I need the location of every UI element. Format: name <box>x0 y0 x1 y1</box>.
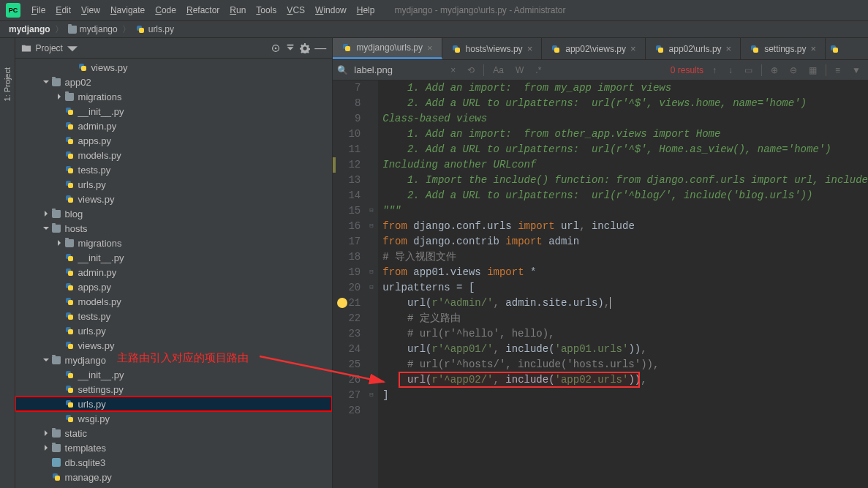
tree-node-blog[interactable]: blog <box>15 206 333 221</box>
case-icon[interactable]: Aa <box>490 64 507 77</box>
select-all-icon[interactable]: ▭ <box>741 64 755 77</box>
prev-icon[interactable]: ↑ <box>709 64 720 77</box>
close-icon[interactable]: × <box>527 43 533 54</box>
line-15[interactable]: """ <box>382 203 868 219</box>
add-selection-icon[interactable]: ⊕ <box>768 64 781 77</box>
tab-settings-py[interactable]: settings.py× <box>741 38 826 59</box>
line-24[interactable]: url(r'^app01/', include('app01.urls')), <box>382 342 868 357</box>
menu-help[interactable]: Help <box>352 2 380 18</box>
line-21[interactable]: url(r'^admin/', admin.site.urls), <box>382 296 868 311</box>
tree-node-hosts[interactable]: hosts <box>15 221 333 236</box>
remove-selection-icon[interactable]: ⊖ <box>787 64 800 77</box>
tab-hosts-views-py[interactable]: hosts\views.py× <box>442 38 543 59</box>
line-8[interactable]: 2. Add a URL to urlpatterns: url(r'^$', … <box>382 96 868 111</box>
tree-node-migrations[interactable]: migrations <box>15 89 333 104</box>
menu-navigate[interactable]: Navigate <box>105 2 150 18</box>
code-content[interactable]: 1. Add an import: from my_app import vie… <box>378 80 868 488</box>
tool-window-strip[interactable]: 1: Project <box>0 38 15 488</box>
line-22[interactable]: # 定义路由 <box>382 311 868 326</box>
gear-icon[interactable] <box>300 43 310 53</box>
tree-node-__init__.py[interactable]: __init__.py <box>15 104 333 119</box>
words-icon[interactable]: W <box>513 64 527 77</box>
line-18[interactable]: # 导入视图文件 <box>382 249 868 265</box>
menu-vcs[interactable]: VCS <box>282 2 310 18</box>
close-icon[interactable]: × <box>726 43 732 54</box>
menu-code[interactable]: Code <box>150 2 181 18</box>
tree-node-migrations[interactable]: migrations <box>15 236 333 250</box>
fold-column[interactable]: ⊟⊟⊟⊟⊟ <box>368 80 378 488</box>
line-13[interactable]: 1. Import the include() function: from d… <box>382 173 868 188</box>
menu-edit[interactable]: Edit <box>50 2 76 18</box>
tree-node-urls.py[interactable]: urls.py <box>15 177 333 192</box>
tree-node-views.py[interactable]: views.py <box>15 338 333 353</box>
menu-run[interactable]: Run <box>224 2 251 18</box>
filter-icon[interactable]: ≡ <box>832 64 843 77</box>
tree-node-static[interactable]: static <box>15 426 333 440</box>
more-tabs-icon[interactable] <box>826 38 843 59</box>
tree-node-manage.py[interactable]: manage.py <box>15 470 333 484</box>
history-icon[interactable]: ⟲ <box>464 64 478 77</box>
line-17[interactable]: from django.contrib import admin <box>382 234 868 249</box>
tree-node-apps.py[interactable]: apps.py <box>15 133 333 148</box>
tree-node-app02[interactable]: app02 <box>15 75 333 89</box>
line-25[interactable]: # url(r'^hosts/', include('hosts.urls'))… <box>382 357 868 372</box>
dropdown-icon[interactable] <box>67 43 78 53</box>
gutter[interactable]: 7891011121314151617181920212223242526272… <box>333 80 368 488</box>
tab-app02-urls-py[interactable]: app02\urls.py× <box>646 38 741 59</box>
tree-node-wsgi.py[interactable]: wsgi.py <box>15 411 333 426</box>
tree-node-__init__.py[interactable]: __init__.py <box>15 367 333 382</box>
crumb-0[interactable]: mydjango <box>6 24 53 34</box>
collapse-icon[interactable] <box>285 43 295 53</box>
tree-node-tests.py[interactable]: tests.py <box>15 309 333 323</box>
tree-node-templates[interactable]: templates <box>15 440 333 455</box>
tree-node-__init__.py[interactable]: __init__.py <box>15 250 333 265</box>
tree-node-admin.py[interactable]: admin.py <box>15 265 333 279</box>
regex-icon[interactable]: .* <box>532 64 544 77</box>
line-7[interactable]: 1. Add an import: from my_app import vie… <box>382 80 868 96</box>
hide-icon[interactable]: — <box>314 42 326 55</box>
tree-node-mydjango[interactable]: mydjango <box>15 353 333 367</box>
search-input[interactable] <box>354 64 442 75</box>
code-editor[interactable]: 7891011121314151617181920212223242526272… <box>333 80 868 488</box>
crumb-2[interactable]: urls.py <box>132 24 177 34</box>
line-19[interactable]: from app01.views import * <box>382 265 868 280</box>
tree-node-views.py[interactable]: views.py <box>15 60 333 75</box>
menu-refactor[interactable]: Refactor <box>181 2 224 18</box>
select-all-occurrences-icon[interactable]: ▦ <box>806 64 820 77</box>
line-10[interactable]: 1. Add an import: from other_app.views i… <box>382 127 868 142</box>
funnel-icon[interactable]: ▼ <box>849 64 864 77</box>
close-icon[interactable]: × <box>630 43 636 54</box>
tree-node-settings.py[interactable]: settings.py <box>15 382 333 397</box>
tree-node-urls.py[interactable]: urls.py <box>15 323 333 338</box>
clear-icon[interactable]: × <box>448 64 458 77</box>
scope-icon[interactable] <box>271 43 281 53</box>
line-12[interactable]: Including another URLconf <box>382 157 868 173</box>
line-23[interactable]: # url(r'^hello', hello), <box>382 326 868 342</box>
line-20[interactable]: urlpatterns = [ <box>382 280 868 296</box>
next-icon[interactable]: ↓ <box>725 64 736 77</box>
tree-node-db.sqlite3[interactable]: db.sqlite3 <box>15 455 333 470</box>
line-11[interactable]: 2. Add a URL to urlpatterns: url(r'^$', … <box>382 142 868 157</box>
menu-file[interactable]: File <box>26 2 50 18</box>
menu-view[interactable]: View <box>76 2 105 18</box>
menu-window[interactable]: Window <box>310 2 352 18</box>
crumb-1[interactable]: mydjango <box>65 24 121 34</box>
tree-node-admin.py[interactable]: admin.py <box>15 119 333 133</box>
project-tree[interactable]: views.pyapp02migrations__init__.pyadmin.… <box>15 59 333 488</box>
line-28[interactable] <box>382 403 868 418</box>
line-16[interactable]: from django.conf.urls import url, includ… <box>382 219 868 234</box>
close-icon[interactable]: × <box>811 43 817 54</box>
tree-node-urls.py[interactable]: urls.py <box>15 397 333 411</box>
line-14[interactable]: 2. Add a URL to urlpatterns: url(r'^blog… <box>382 188 868 203</box>
tree-node-models.py[interactable]: models.py <box>15 148 333 162</box>
project-tool-tab[interactable]: 1: Project <box>3 67 12 101</box>
tab-app02-views-py[interactable]: app02\views.py× <box>542 38 645 59</box>
tree-node-views.py[interactable]: views.py <box>15 192 333 206</box>
project-pane-title[interactable]: Project <box>36 43 63 53</box>
tree-node-tests.py[interactable]: tests.py <box>15 162 333 177</box>
line-9[interactable]: Class-based views <box>382 111 868 127</box>
menu-tools[interactable]: Tools <box>251 2 282 18</box>
line-27[interactable]: ] <box>382 388 868 403</box>
close-icon[interactable]: × <box>427 42 433 53</box>
tree-node-models.py[interactable]: models.py <box>15 294 333 309</box>
